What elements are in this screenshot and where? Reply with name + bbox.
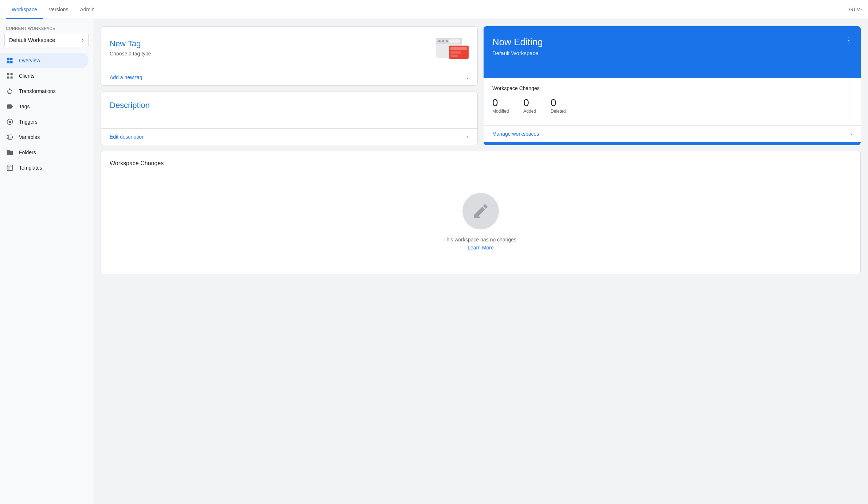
workspace-chevron-icon: › [82, 36, 84, 44]
tag-illustration [436, 35, 469, 60]
nav-admin[interactable]: Admin [74, 0, 100, 19]
add-new-tag-text: Add a new tag [110, 74, 142, 80]
sidebar-item-transformations-label: Transformations [19, 88, 56, 94]
workspace-changes-section-title: Workspace Changes [492, 85, 852, 91]
new-tag-card-body: New Tag Choose a tag type [101, 27, 477, 69]
svg-rect-6 [7, 165, 13, 171]
svg-point-11 [446, 40, 448, 42]
main-content: New Tag Choose a tag type [93, 19, 868, 504]
current-workspace-label: CURRENT WORKSPACE [0, 19, 93, 33]
stat-deleted-number: 0 [551, 97, 566, 109]
stat-deleted-label: Deleted [551, 109, 566, 114]
new-tag-title: New Tag [110, 39, 151, 49]
svg-rect-16 [450, 55, 458, 57]
new-tag-subtitle: Choose a tag type [110, 51, 151, 57]
nav-workspace[interactable]: Workspace [6, 0, 43, 19]
svg-point-9 [438, 40, 441, 42]
workspace-changes-section: Workspace Changes 0 Modified 0 Added [484, 78, 861, 125]
sidebar-item-overview-label: Overview [19, 58, 40, 63]
sidebar-item-triggers[interactable]: Triggers [0, 114, 89, 129]
sidebar-nav: Overview Clients Transformations [0, 53, 93, 504]
sidebar-item-tags[interactable]: Tags [0, 99, 89, 114]
tags-icon [6, 102, 14, 111]
now-editing-title: Now Editing [492, 36, 543, 48]
svg-rect-12 [449, 39, 460, 43]
svg-rect-2 [7, 61, 10, 63]
description-title: Description [110, 101, 469, 110]
variables-icon [6, 133, 14, 141]
learn-more-link[interactable]: Learn More [468, 245, 494, 251]
folders-icon [6, 148, 14, 156]
workspace-changes-main-title: Workspace Changes [110, 160, 852, 167]
no-changes-icon [462, 193, 499, 229]
sidebar: CURRENT WORKSPACE Default Workspace › Ov… [0, 19, 93, 504]
edit-description-link[interactable]: Edit description › [101, 128, 477, 145]
workspace-selector[interactable]: Default Workspace › [4, 33, 89, 47]
svg-rect-3 [10, 61, 13, 63]
sidebar-item-overview[interactable]: Overview [0, 53, 89, 68]
new-tag-card: New Tag Choose a tag type [101, 26, 478, 86]
triggers-icon [6, 118, 14, 126]
now-editing-card: Now Editing Default Workspace ⋮ Workspac… [484, 26, 861, 145]
add-new-tag-chevron-icon: › [467, 74, 469, 80]
svg-rect-14 [450, 47, 467, 50]
nav-versions[interactable]: Versions [43, 0, 74, 19]
sidebar-item-variables-label: Variables [19, 134, 40, 140]
overview-icon [6, 57, 14, 65]
stat-modified-number: 0 [492, 97, 509, 109]
now-editing-bottom: Workspace Changes 0 Modified 0 Added [484, 78, 861, 142]
now-editing-text: Now Editing Default Workspace [492, 36, 543, 56]
now-editing-header: Now Editing Default Workspace ⋮ [484, 26, 861, 78]
clients-icon [6, 72, 14, 80]
svg-point-5 [9, 121, 11, 123]
workspace-name: Default Workspace [9, 37, 55, 43]
sidebar-item-folders-label: Folders [19, 150, 36, 155]
stat-added-number: 0 [523, 97, 536, 109]
sidebar-item-folders[interactable]: Folders [0, 145, 89, 160]
edit-description-text: Edit description [110, 134, 145, 140]
stat-modified-label: Modified [492, 109, 509, 114]
edit-description-chevron-icon: › [467, 134, 469, 140]
templates-icon [6, 164, 14, 172]
svg-rect-1 [10, 58, 13, 61]
top-navigation: Workspace Versions Admin GTM- [0, 0, 868, 19]
sidebar-item-templates-label: Templates [19, 165, 42, 171]
stat-added: 0 Added [523, 97, 536, 114]
sidebar-item-clients-label: Clients [19, 73, 35, 79]
changes-stats: 0 Modified 0 Added 0 Deleted [492, 97, 852, 114]
manage-workspaces-link[interactable]: Manage workspaces › [484, 125, 861, 142]
no-changes-container: This workspace has no changes. Learn Mor… [110, 178, 852, 265]
now-editing-menu-icon[interactable]: ⋮ [845, 36, 852, 44]
sidebar-item-clients[interactable]: Clients [0, 68, 89, 84]
no-changes-text: This workspace has no changes. [443, 237, 518, 243]
sidebar-item-triggers-label: Triggers [19, 119, 38, 125]
svg-rect-0 [7, 58, 10, 61]
stat-deleted: 0 Deleted [551, 97, 566, 114]
description-card: Description Edit description › [101, 92, 478, 145]
manage-workspaces-text: Manage workspaces [492, 131, 539, 137]
now-editing-subtitle: Default Workspace [492, 50, 543, 56]
add-new-tag-link[interactable]: Add a new tag › [101, 69, 477, 85]
stat-modified: 0 Modified [492, 97, 509, 114]
transformations-icon [6, 87, 14, 95]
sidebar-item-templates[interactable]: Templates [0, 160, 89, 175]
workspace-changes-main-card: Workspace Changes This workspace has no … [101, 151, 861, 274]
svg-point-10 [442, 40, 444, 42]
top-cards-row: New Tag Choose a tag type [101, 26, 861, 145]
left-column: New Tag Choose a tag type [101, 26, 478, 145]
manage-workspaces-chevron-icon: › [850, 131, 852, 137]
main-layout: CURRENT WORKSPACE Default Workspace › Ov… [0, 19, 868, 504]
new-tag-text: New Tag Choose a tag type [110, 39, 151, 57]
svg-rect-15 [450, 51, 461, 54]
app-id: GTM- [849, 7, 862, 12]
description-card-body: Description [101, 92, 477, 128]
sidebar-item-tags-label: Tags [19, 104, 30, 109]
stat-added-label: Added [523, 109, 536, 114]
sidebar-item-variables[interactable]: Variables [0, 129, 89, 145]
sidebar-item-transformations[interactable]: Transformations [0, 84, 89, 99]
